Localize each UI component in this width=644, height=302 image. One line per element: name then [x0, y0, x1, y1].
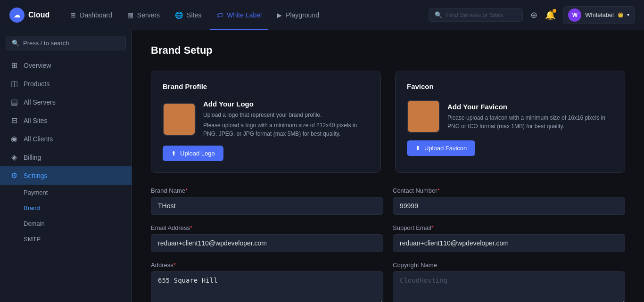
add-favicon-desc: Please upload a favicon with a minimum s…: [447, 114, 613, 131]
sidebar-item-allsites[interactable]: ⊟ All Sites: [0, 111, 132, 130]
sidebar-sub-smtp[interactable]: SMTP: [0, 231, 132, 247]
address-group: Address*: [151, 261, 383, 302]
favicon-title: Favicon: [407, 82, 613, 90]
notifications-button[interactable]: 🔔: [545, 10, 555, 20]
upload-icon: ⬆: [171, 150, 176, 157]
favicon-upload-text: Add Your Favicon Please upload a favicon…: [447, 103, 613, 131]
add-favicon-title: Add Your Favicon: [447, 103, 613, 111]
sidebar-search-icon: 🔍: [12, 40, 19, 47]
allsites-icon: ⊟: [9, 116, 19, 125]
servers-icon: ▦: [127, 11, 133, 19]
dashboard-icon: ⊞: [70, 11, 76, 19]
sidebar-sub-brand[interactable]: Brand: [0, 200, 132, 216]
sidebar-sub-domain[interactable]: Domain: [0, 216, 132, 231]
nav-items: ⊞ Dashboard ▦ Servers 🌐 Sites 🏷 White La…: [64, 8, 429, 23]
billing-icon: ◈: [9, 153, 19, 162]
brand-profile-title: Brand Profile: [163, 82, 369, 90]
add-logo-desc: Upload a logo that represent your brand …: [203, 111, 369, 119]
playground-icon: ▶: [277, 11, 282, 19]
brand-setup-grid: Brand Profile Add Your Logo Upload a log…: [151, 71, 625, 173]
notification-dot: [553, 9, 556, 13]
main-layout: 🔍 Press / to search ⊞ Overview ◫ Product…: [0, 30, 644, 302]
crown-icon: 👑: [618, 12, 623, 17]
brand-name-label: Brand Name*: [151, 187, 383, 194]
address-label: Address*: [151, 261, 383, 269]
sidebar-item-settings[interactable]: ⚙ Settings: [0, 166, 132, 185]
form-row-3: Address* Copyright Name: [151, 261, 625, 302]
sidebar-item-allclients[interactable]: ◉ All Clients: [0, 130, 132, 148]
logo-preview: [163, 103, 196, 136]
favicon-upload-area: Add Your Favicon Please upload a favicon…: [407, 100, 613, 133]
brand-profile-section: Brand Profile Add Your Logo Upload a log…: [151, 71, 381, 173]
logo-upload-area: Add Your Logo Upload a logo that represe…: [163, 100, 369, 138]
add-logo-detail: Please upload a logo with a minimum size…: [203, 121, 369, 138]
email-group: Email Address*: [151, 224, 383, 252]
copyright-label: Copyright Name: [393, 261, 625, 269]
contact-number-input[interactable]: [393, 197, 625, 215]
sidebar-sub-payment[interactable]: Payment: [0, 185, 132, 200]
favicon-section: Favicon Add Your Favicon Please upload a…: [395, 71, 625, 173]
logo-icon: ☁: [9, 8, 25, 23]
contact-number-group: Contact Number*: [393, 187, 625, 215]
add-button[interactable]: ⊕: [530, 10, 537, 20]
support-email-group: Support Email*: [393, 224, 625, 252]
sidebar: 🔍 Press / to search ⊞ Overview ◫ Product…: [0, 30, 132, 302]
main-content: Brand Setup Brand Profile Add Your Logo …: [132, 30, 644, 302]
nav-item-dashboard[interactable]: ⊞ Dashboard: [64, 8, 119, 23]
nav-item-sites[interactable]: 🌐 Sites: [168, 8, 208, 23]
sidebar-search[interactable]: 🔍 Press / to search: [6, 36, 126, 50]
products-icon: ◫: [9, 79, 19, 88]
nav-right: 🔍 Find Servers or Sites ⊕ 🔔 W Whitelabel…: [429, 6, 635, 24]
copyright-input[interactable]: [393, 271, 625, 302]
logo[interactable]: ☁ Cloud: [9, 8, 50, 23]
nav-item-playground[interactable]: ▶ Playground: [270, 8, 326, 23]
settings-icon: ⚙: [9, 171, 19, 180]
nav-item-whitelabel[interactable]: 🏷 White Label: [210, 8, 268, 23]
logo-text: Cloud: [28, 11, 50, 19]
form-row-2: Email Address* Support Email*: [151, 224, 625, 252]
favicon-preview: [407, 100, 440, 133]
sidebar-item-billing[interactable]: ◈ Billing: [0, 148, 132, 166]
upload-favicon-button[interactable]: ⬆ Upload Favicon: [407, 140, 475, 156]
email-label: Email Address*: [151, 224, 383, 231]
form-row-1: Brand Name* Contact Number*: [151, 187, 625, 215]
allclients-icon: ◉: [9, 134, 19, 143]
chevron-down-icon: ▾: [627, 12, 629, 17]
add-logo-title: Add Your Logo: [203, 100, 369, 108]
upload-text: Add Your Logo Upload a logo that represe…: [203, 100, 369, 138]
sidebar-item-allservers[interactable]: ▤ All Servers: [0, 93, 132, 111]
overview-icon: ⊞: [9, 61, 19, 70]
user-name: Whitelabel: [585, 11, 614, 18]
brand-name-group: Brand Name*: [151, 187, 383, 215]
upload-favicon-icon: ⬆: [415, 145, 421, 152]
sites-icon: 🌐: [175, 11, 183, 19]
topnav: ☁ Cloud ⊞ Dashboard ▦ Servers 🌐 Sites 🏷 …: [0, 0, 644, 30]
upload-logo-button[interactable]: ⬆ Upload Logo: [163, 146, 223, 161]
brand-name-input[interactable]: [151, 197, 383, 215]
support-email-label: Support Email*: [393, 224, 625, 231]
address-input[interactable]: [151, 271, 383, 302]
search-box[interactable]: 🔍 Find Servers or Sites: [429, 8, 523, 22]
user-menu[interactable]: W Whitelabel 👑 ▾: [563, 6, 635, 24]
sidebar-item-overview[interactable]: ⊞ Overview: [0, 56, 132, 74]
sidebar-item-products[interactable]: ◫ Products: [0, 74, 132, 93]
whitelabel-icon: 🏷: [216, 11, 223, 19]
allservers-icon: ▤: [9, 98, 19, 106]
page-title: Brand Setup: [151, 44, 625, 57]
contact-number-label: Contact Number*: [393, 187, 625, 194]
nav-item-servers[interactable]: ▦ Servers: [121, 8, 166, 23]
search-icon: 🔍: [435, 11, 442, 18]
user-avatar: W: [568, 8, 581, 22]
email-input[interactable]: [151, 234, 383, 252]
support-email-input[interactable]: [393, 234, 625, 252]
copyright-group: Copyright Name: [393, 261, 625, 302]
